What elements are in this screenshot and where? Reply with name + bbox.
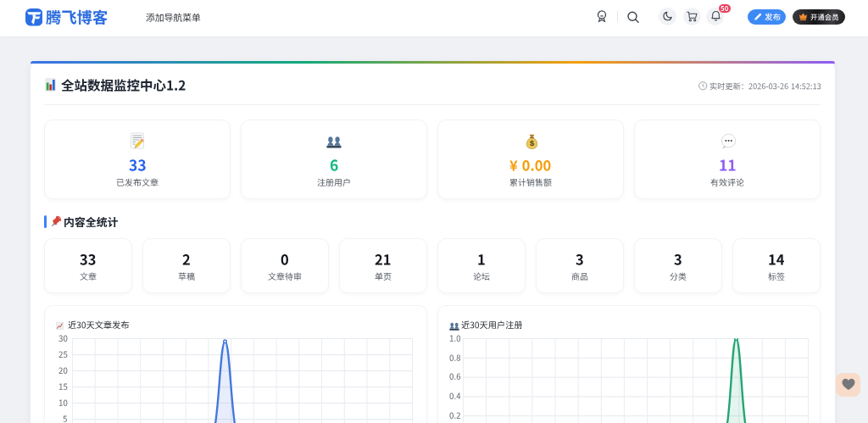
svg-text:$: $ [529,139,534,147]
